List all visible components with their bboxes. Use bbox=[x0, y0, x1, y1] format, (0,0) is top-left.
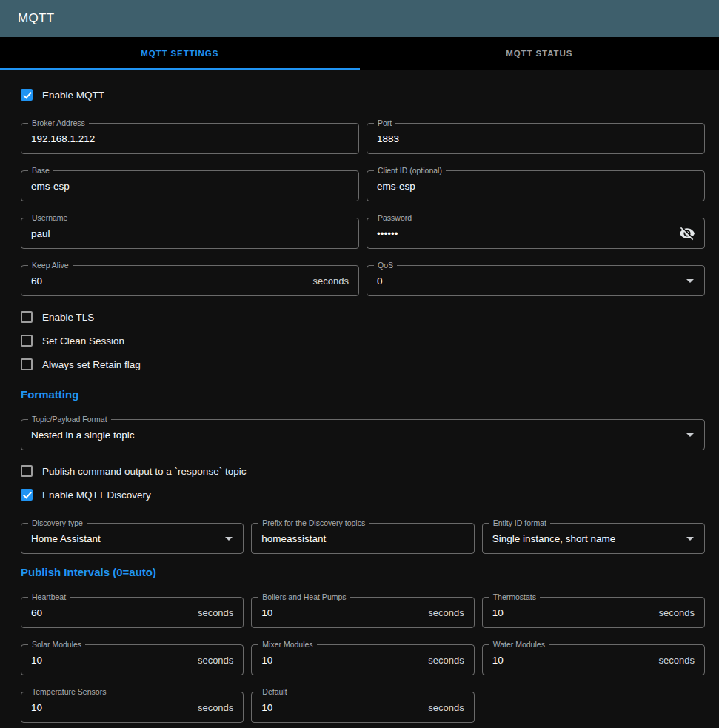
retain-flag-row: Always set Retain flag bbox=[21, 353, 705, 376]
intervals-row-2: Solar Modules 10 seconds Mixer Modules 1… bbox=[21, 644, 705, 675]
thermostats-unit: seconds bbox=[659, 607, 695, 618]
water-interval-field[interactable]: Water Modules 10 seconds bbox=[482, 644, 705, 675]
topic-format-value: Nested in a single topic bbox=[31, 430, 681, 441]
mixer-value: 10 bbox=[261, 655, 422, 666]
base-label: Base bbox=[28, 166, 53, 175]
default-unit: seconds bbox=[428, 702, 464, 713]
entity-format-value: Single instance, short name bbox=[492, 533, 681, 544]
thermostats-interval-field[interactable]: Thermostats 10 seconds bbox=[482, 597, 705, 628]
boilers-label: Boilers and Heat Pumps bbox=[258, 592, 350, 601]
retain-flag-checkbox[interactable] bbox=[21, 358, 33, 370]
dropdown-arrow-icon bbox=[681, 272, 699, 290]
client-id-field[interactable]: Client ID (optional) ems-esp bbox=[367, 170, 705, 201]
keep-alive-field[interactable]: Keep Alive 60 seconds bbox=[21, 265, 359, 296]
intervals-row-1: Heartbeat 60 seconds Boilers and Heat Pu… bbox=[21, 597, 705, 628]
discovery-prefix-value: homeassistant bbox=[261, 533, 464, 544]
enable-tls-label: Enable TLS bbox=[42, 312, 94, 323]
publish-response-label: Publish command output to a `response` t… bbox=[42, 466, 246, 477]
app-bar: MQTT bbox=[0, 0, 719, 37]
username-field[interactable]: Username paul bbox=[21, 218, 359, 249]
dropdown-arrow-icon bbox=[681, 530, 699, 547]
password-label: Password bbox=[374, 213, 415, 222]
solar-interval-field[interactable]: Solar Modules 10 seconds bbox=[21, 644, 244, 675]
page-title: MQTT bbox=[18, 11, 54, 26]
mixer-interval-field[interactable]: Mixer Modules 10 seconds bbox=[251, 644, 474, 675]
enable-tls-row: Enable TLS bbox=[21, 305, 705, 329]
enable-discovery-row: Enable MQTT Discovery bbox=[21, 483, 705, 507]
boilers-interval-field[interactable]: Boilers and Heat Pumps 10 seconds bbox=[251, 597, 474, 628]
discovery-type-select[interactable]: Discovery type Home Assistant bbox=[21, 523, 244, 554]
qos-label: QoS bbox=[374, 261, 397, 270]
discovery-type-label: Discovery type bbox=[28, 518, 87, 527]
entity-format-label: Entity ID format bbox=[489, 518, 550, 527]
visibility-off-icon[interactable] bbox=[678, 224, 696, 242]
thermostats-label: Thermostats bbox=[489, 592, 540, 601]
enable-tls-checkbox[interactable] bbox=[21, 311, 33, 323]
heartbeat-label: Heartbeat bbox=[28, 592, 70, 601]
formatting-section-title: Formatting bbox=[21, 388, 705, 403]
dropdown-arrow-icon bbox=[220, 530, 238, 547]
tab-bar: MQTT SETTINGS MQTT STATUS bbox=[0, 37, 719, 70]
retain-flag-label: Always set Retain flag bbox=[42, 359, 141, 370]
temperature-unit: seconds bbox=[198, 702, 233, 713]
thermostats-value: 10 bbox=[492, 607, 653, 618]
keepalive-qos-row: Keep Alive 60 seconds QoS 0 bbox=[21, 265, 705, 296]
discovery-type-value: Home Assistant bbox=[31, 533, 220, 544]
publish-intervals-section-title: Publish Intervals (0=auto) bbox=[21, 566, 705, 581]
default-interval-field[interactable]: Default 10 seconds bbox=[251, 692, 474, 723]
keep-alive-value: 60 bbox=[31, 275, 307, 287]
heartbeat-interval-field[interactable]: Heartbeat 60 seconds bbox=[21, 597, 244, 628]
password-value: •••••• bbox=[377, 228, 678, 239]
enable-discovery-checkbox[interactable] bbox=[21, 489, 33, 501]
broker-port-row: Broker Address 192.168.1.212 Port 1883 bbox=[21, 123, 705, 154]
enable-mqtt-row: Enable MQTT bbox=[21, 83, 705, 107]
entity-format-select[interactable]: Entity ID format Single instance, short … bbox=[482, 523, 705, 554]
client-id-label: Client ID (optional) bbox=[374, 166, 446, 175]
username-label: Username bbox=[28, 213, 71, 222]
default-value: 10 bbox=[261, 702, 422, 713]
topic-format-select[interactable]: Topic/Payload Format Nested in a single … bbox=[21, 419, 705, 450]
enable-mqtt-checkbox[interactable] bbox=[21, 89, 33, 101]
publish-response-checkbox[interactable] bbox=[21, 465, 33, 477]
client-id-value: ems-esp bbox=[377, 181, 695, 192]
mqtt-settings-form: Enable MQTT Broker Address 192.168.1.212… bbox=[0, 70, 719, 728]
heartbeat-value: 60 bbox=[31, 607, 192, 618]
topic-format-label: Topic/Payload Format bbox=[28, 415, 111, 424]
enable-discovery-label: Enable MQTT Discovery bbox=[42, 490, 151, 501]
heartbeat-unit: seconds bbox=[198, 607, 233, 618]
temperature-interval-field[interactable]: Temperature Sensors 10 seconds bbox=[21, 692, 244, 723]
mixer-unit: seconds bbox=[428, 655, 464, 666]
qos-select[interactable]: QoS 0 bbox=[367, 265, 705, 296]
username-value: paul bbox=[31, 228, 349, 239]
base-value: ems-esp bbox=[31, 181, 349, 192]
port-field[interactable]: Port 1883 bbox=[367, 123, 705, 154]
mixer-label: Mixer Modules bbox=[258, 640, 316, 649]
clean-session-row: Set Clean Session bbox=[21, 329, 705, 353]
tab-mqtt-settings[interactable]: MQTT SETTINGS bbox=[0, 37, 360, 70]
credentials-row: Username paul Password •••••• bbox=[21, 218, 705, 249]
default-label: Default bbox=[258, 687, 290, 696]
broker-address-value: 192.168.1.212 bbox=[31, 133, 349, 144]
base-field[interactable]: Base ems-esp bbox=[21, 170, 359, 201]
dropdown-arrow-icon bbox=[681, 426, 699, 444]
solar-label: Solar Modules bbox=[28, 640, 85, 649]
temperature-value: 10 bbox=[31, 702, 192, 713]
publish-response-row: Publish command output to a `response` t… bbox=[21, 459, 705, 483]
discovery-prefix-field[interactable]: Prefix for the Discovery topics homeassi… bbox=[251, 523, 474, 554]
topic-format-row: Topic/Payload Format Nested in a single … bbox=[21, 419, 705, 450]
password-field[interactable]: Password •••••• bbox=[367, 218, 705, 249]
port-value: 1883 bbox=[377, 133, 695, 144]
clean-session-checkbox[interactable] bbox=[21, 335, 33, 347]
discovery-settings-row: Discovery type Home Assistant Prefix for… bbox=[21, 523, 705, 554]
water-unit: seconds bbox=[659, 655, 695, 666]
port-label: Port bbox=[374, 118, 395, 127]
tab-mqtt-status[interactable]: MQTT STATUS bbox=[360, 37, 719, 70]
clean-session-label: Set Clean Session bbox=[42, 335, 124, 347]
qos-value: 0 bbox=[377, 275, 681, 287]
broker-address-label: Broker Address bbox=[28, 118, 89, 127]
intervals-row-3: Temperature Sensors 10 seconds Default 1… bbox=[21, 692, 705, 723]
base-clientid-row: Base ems-esp Client ID (optional) ems-es… bbox=[21, 170, 705, 201]
discovery-prefix-label: Prefix for the Discovery topics bbox=[258, 518, 369, 527]
boilers-unit: seconds bbox=[428, 607, 464, 618]
broker-address-field[interactable]: Broker Address 192.168.1.212 bbox=[21, 123, 359, 154]
